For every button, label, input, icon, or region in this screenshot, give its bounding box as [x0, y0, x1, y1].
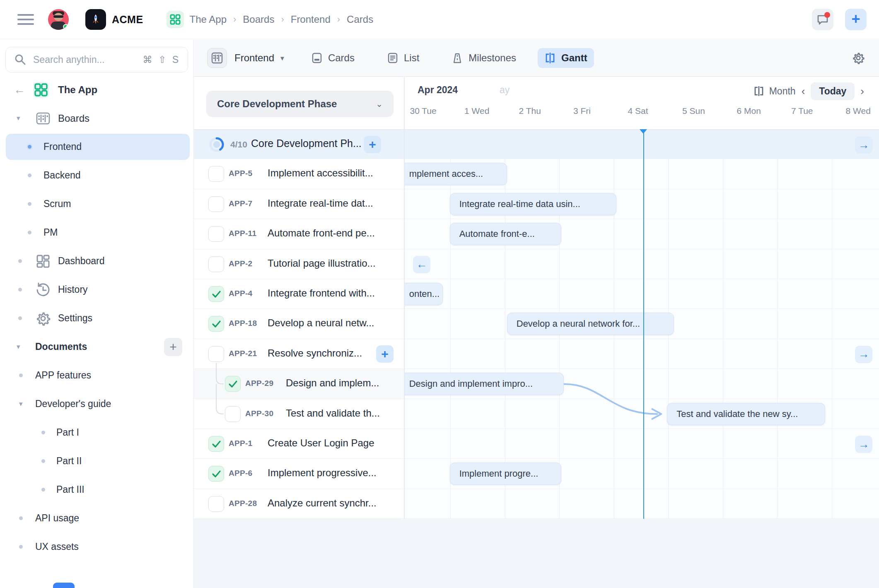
sidebar-item-part-i[interactable]: Part I [0, 418, 194, 447]
sidebar-item-boards[interactable]: ▾Boards [0, 104, 194, 133]
gantt-row: → [405, 339, 879, 369]
task-row[interactable]: APP-30Test and validate th... [194, 399, 404, 429]
sidebar-item-dashboard[interactable]: Dashboard [0, 247, 194, 275]
view-dropdown-caret[interactable]: ▼ [279, 55, 285, 62]
sidebar-item-part-iii[interactable]: Part III [0, 475, 194, 504]
gantt-bar-APP-29[interactable]: Design and implement impro... [405, 373, 564, 395]
caret-down-icon[interactable]: ▾ [17, 114, 20, 123]
task-row[interactable]: APP-5Implement accessibilit... [194, 159, 404, 189]
task-title[interactable]: Design and implem... [286, 377, 379, 389]
group-header-row[interactable]: 4/10Core Development Ph...+ [194, 129, 404, 159]
breadcrumb-item-frontend[interactable]: Frontend [291, 14, 331, 25]
task-checkbox[interactable] [208, 346, 224, 362]
task-checkbox[interactable] [208, 496, 224, 512]
group-select-dropdown[interactable]: Core Development Phase ⌄ [206, 91, 394, 117]
task-title[interactable]: Analyze current synchr... [268, 497, 377, 509]
sidebar-item-api-usage[interactable]: API usage [0, 504, 194, 533]
task-title[interactable]: Resolve synchroniz... [268, 347, 362, 359]
sidebar-item-pm[interactable]: PM [0, 218, 194, 247]
sidebar-item-part-ii[interactable]: Part II [0, 447, 194, 475]
gantt-bar-APP-18[interactable]: Develop a neural network for... [507, 313, 674, 335]
task-checkbox[interactable] [208, 166, 224, 182]
task-checkbox[interactable] [208, 316, 224, 332]
scroll-to-bar-right-icon[interactable]: → [855, 136, 872, 154]
task-row[interactable]: APP-4Integrate frontend with... [194, 279, 404, 309]
tab-cards[interactable]: Cards [304, 48, 361, 68]
task-title[interactable]: Integrate frontend with... [268, 287, 375, 299]
scale-month-button[interactable]: Month [753, 86, 796, 97]
add-subtask-button[interactable]: + [376, 345, 394, 363]
gantt-bar-APP-4[interactable]: onten... [405, 283, 443, 305]
add-task-button[interactable]: + [364, 136, 381, 153]
task-checkbox[interactable] [225, 406, 241, 422]
breadcrumb-item-the-app[interactable]: The App [190, 14, 227, 25]
sidebar-item-backend[interactable]: Backend [0, 161, 194, 190]
task-title[interactable]: Create User Login Page [268, 437, 374, 449]
current-view-name[interactable]: Frontend [234, 52, 274, 64]
board-view-icon-button[interactable] [207, 48, 227, 68]
user-avatar[interactable] [48, 9, 69, 30]
next-period-button[interactable]: › [855, 85, 870, 98]
task-row[interactable]: APP-7Integrate real-time dat... [194, 189, 404, 219]
task-title[interactable]: Test and validate th... [286, 407, 380, 419]
task-row[interactable]: APP-2Tutorial page illustratio... [194, 249, 404, 279]
sidebar-item-ux-assets[interactable]: UX assets [0, 533, 194, 561]
app-grid-icon[interactable] [167, 11, 184, 28]
tab-list[interactable]: List [380, 48, 426, 68]
tab-milestones[interactable]: Milestones [445, 48, 523, 68]
back-arrow-icon[interactable]: ← [14, 83, 25, 96]
bullet-dot [28, 202, 31, 206]
scroll-to-bar-left-icon[interactable]: ← [413, 256, 430, 273]
sidebar-scroll-thumb[interactable] [53, 583, 75, 588]
task-row[interactable]: APP-28Analyze current synchr... [194, 489, 404, 519]
gantt-bar-APP-6[interactable]: Implement progre... [450, 463, 562, 485]
breadcrumb-item-boards[interactable]: Boards [243, 14, 274, 25]
task-checkbox[interactable] [208, 466, 224, 482]
caret-down-icon[interactable]: ▾ [17, 342, 20, 351]
scroll-to-bar-right-icon[interactable]: → [855, 346, 872, 363]
sidebar-item-scrum[interactable]: Scrum [0, 190, 194, 218]
scroll-to-bar-right-icon[interactable]: → [855, 436, 872, 453]
hamburger-menu-icon[interactable] [17, 11, 34, 28]
task-title[interactable]: Develop a neural netw... [268, 317, 374, 329]
gantt-bar-APP-11[interactable]: Automate front-e... [450, 223, 562, 245]
view-settings-gear-icon[interactable] [852, 51, 865, 65]
task-row[interactable]: APP-29Design and implem... [194, 369, 404, 399]
gantt-bar-APP-30[interactable]: Test and validate the new sy... [667, 403, 825, 425]
sidebar-item-the-app[interactable]: ←The App [0, 75, 194, 104]
sidebar-item-app-features[interactable]: APP features [0, 361, 194, 390]
task-title[interactable]: Implement progressive... [268, 467, 377, 479]
task-row[interactable]: APP-11Automate front-end pe... [194, 219, 404, 249]
task-title[interactable]: Implement accessibilit... [268, 167, 373, 179]
search-input[interactable]: Search anythin... ⌘ ⇧ S [5, 47, 188, 72]
task-title[interactable]: Integrate real-time dat... [268, 198, 373, 209]
task-checkbox[interactable] [208, 256, 224, 272]
sidebar-item-frontend[interactable]: Frontend [0, 133, 194, 161]
sidebar-item-history[interactable]: History [0, 275, 194, 304]
task-checkbox[interactable] [208, 226, 224, 242]
task-row[interactable]: APP-6Implement progressive... [194, 459, 404, 489]
task-checkbox[interactable] [208, 286, 224, 302]
sidebar-item-developer-s-guide[interactable]: ▾Developer's guide [0, 390, 194, 418]
create-new-button[interactable]: + [845, 9, 867, 30]
task-row[interactable]: APP-21Resolve synchroniz...+ [194, 339, 404, 369]
tab-gantt[interactable]: Gantt [538, 48, 594, 68]
gantt-bar-APP-7[interactable]: Integrate real-time data usin... [450, 193, 616, 215]
sidebar-item-settings[interactable]: Settings [0, 304, 194, 333]
task-checkbox[interactable] [208, 196, 224, 212]
task-row[interactable]: APP-1Create User Login Page [194, 429, 404, 459]
task-checkbox[interactable] [208, 436, 224, 452]
sidebar-item-documents[interactable]: ▾Documents+ [0, 333, 194, 361]
today-button[interactable]: Today [811, 82, 855, 100]
task-checkbox[interactable] [225, 376, 241, 392]
gantt-bar-APP-5[interactable]: mplement acces... [405, 163, 507, 185]
breadcrumb-item-cards[interactable]: Cards [347, 14, 373, 25]
task-row[interactable]: APP-18Develop a neural netw... [194, 309, 404, 339]
task-title[interactable]: Tutorial page illustratio... [268, 258, 376, 269]
chat-button[interactable] [812, 9, 833, 30]
workspace-logo[interactable] [85, 9, 106, 30]
task-title[interactable]: Automate front-end pe... [268, 227, 375, 239]
add-document-button[interactable]: + [164, 338, 182, 356]
prev-period-button[interactable]: ‹ [796, 85, 811, 98]
caret-down-icon[interactable]: ▾ [19, 400, 23, 408]
